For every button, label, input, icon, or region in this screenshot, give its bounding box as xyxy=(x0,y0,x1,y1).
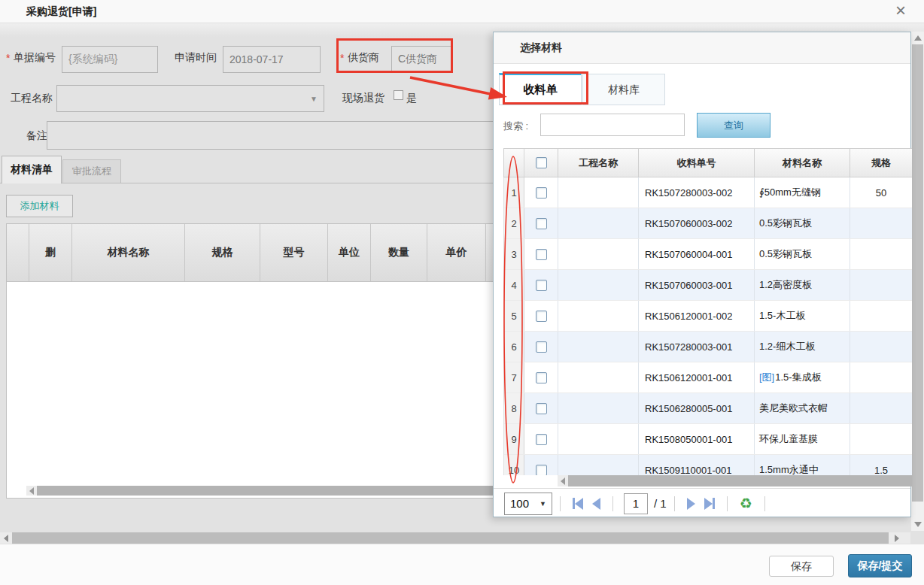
header-blank xyxy=(7,224,29,281)
scroll-left-icon[interactable] xyxy=(29,487,34,495)
page-vscrollbar[interactable] xyxy=(911,32,924,531)
doc-no-input[interactable] xyxy=(62,46,158,73)
select-all-checkbox[interactable] xyxy=(536,157,547,168)
window-titlebar xyxy=(0,0,924,23)
spec-cell xyxy=(850,270,912,300)
material-cell: ∮50mm无缝钢 xyxy=(755,177,850,208)
header-spec: 规格 xyxy=(850,149,912,177)
screen: 采购退货[申请] × * 单据编号 申请时间 * 供货商 工程名称 ▼ 现场退货… xyxy=(0,0,924,585)
table-row[interactable]: 2 RK1507060003-002 0.5彩钢瓦板 xyxy=(504,208,912,239)
refresh-icon[interactable]: ♻ xyxy=(740,496,752,511)
hscroll-thumb[interactable] xyxy=(12,532,889,544)
required-mark-supplier: * xyxy=(340,52,344,64)
table-row[interactable]: 7 RK1506120001-001 [图]1.5-集成板 xyxy=(504,362,912,393)
row-checkbox[interactable] xyxy=(536,465,547,476)
scroll-left-icon[interactable] xyxy=(561,477,565,485)
header-material-name: 材料名称 xyxy=(72,224,185,281)
divider xyxy=(674,496,675,511)
query-button[interactable]: 查询 xyxy=(697,113,771,138)
remark-label: 备注 xyxy=(26,129,47,143)
table-row[interactable]: 6 RK1507280003-001 1.2-细木工板 xyxy=(504,332,912,362)
scroll-up-icon[interactable] xyxy=(914,35,922,41)
onsite-return-checkbox[interactable] xyxy=(394,90,403,100)
image-link[interactable]: [图] xyxy=(759,371,774,384)
supplier-input[interactable] xyxy=(391,46,453,73)
table-row[interactable]: 3 RK1507060004-001 0.5彩钢瓦板 xyxy=(504,239,912,270)
checkbox-cell xyxy=(524,301,558,331)
table-row[interactable]: 9 RK1508050001-001 环保儿童基膜 xyxy=(504,424,912,455)
scroll-right-icon[interactable] xyxy=(895,535,899,542)
save-button[interactable]: 保存 xyxy=(769,556,834,577)
tab-material-list[interactable]: 材料清单 xyxy=(2,156,62,183)
save-submit-button[interactable]: 保存/提交 xyxy=(848,554,912,577)
material-cell: 0.5彩钢瓦板 xyxy=(755,239,850,269)
chevron-down-icon: ▼ xyxy=(540,500,546,508)
receipt-no-cell: RK1506120001-002 xyxy=(639,301,755,331)
spec-cell: 50 xyxy=(850,177,912,208)
add-material-button[interactable]: 添加材料 xyxy=(6,195,73,217)
page-total-label: / 1 xyxy=(654,497,667,510)
divider xyxy=(764,496,765,511)
spec-cell xyxy=(850,301,912,331)
divider xyxy=(727,496,728,511)
scroll-down-icon[interactable] xyxy=(914,522,922,527)
tab-approval-flow[interactable]: 审批流程 xyxy=(62,159,121,183)
pagination-bar: 100 ▼ / 1 ♻ xyxy=(494,488,910,518)
vscroll-thumb[interactable] xyxy=(912,44,923,502)
scroll-left-icon[interactable] xyxy=(4,535,8,542)
row-checkbox[interactable] xyxy=(536,403,547,414)
header-material-name: 材料名称 xyxy=(755,149,850,177)
header-delete: 删 xyxy=(29,224,72,281)
row-checkbox[interactable] xyxy=(536,434,547,445)
doc-no-label: 单据编号 xyxy=(14,51,56,65)
first-page-button[interactable] xyxy=(573,498,583,510)
row-checkbox[interactable] xyxy=(536,218,547,229)
project-cell xyxy=(558,301,639,331)
apply-time-input[interactable] xyxy=(223,46,321,73)
row-checkbox[interactable] xyxy=(536,311,547,322)
prev-page-button[interactable] xyxy=(592,498,600,510)
dialog-tab-receipt[interactable]: 收料单 xyxy=(499,73,582,105)
row-checkbox[interactable] xyxy=(536,341,547,353)
close-icon[interactable]: × xyxy=(895,1,906,20)
row-checkbox[interactable] xyxy=(536,249,547,260)
chevron-down-icon[interactable]: ▼ xyxy=(310,95,318,103)
last-page-button[interactable] xyxy=(704,498,715,510)
divider xyxy=(612,496,613,511)
material-text: 1.5-集成板 xyxy=(775,371,821,384)
project-combobox[interactable]: ▼ xyxy=(56,85,324,112)
search-input[interactable] xyxy=(540,114,685,136)
material-cell: 美尼美欧式衣帽 xyxy=(755,393,850,423)
checkbox-cell xyxy=(524,239,558,269)
checkbox-cell xyxy=(524,362,558,393)
receipt-no-cell: RK1509110001-001 xyxy=(639,455,755,475)
table-row[interactable]: 5 RK1506120001-002 1.5-木工板 xyxy=(504,301,912,332)
receipt-no-cell: RK1507060003-001 xyxy=(639,270,755,300)
project-label: 工程名称 xyxy=(11,92,53,105)
table-row[interactable]: 8 RK1506280005-001 美尼美欧式衣帽 xyxy=(504,393,912,424)
checkbox-cell xyxy=(524,393,558,423)
project-cell xyxy=(558,455,639,475)
row-checkbox[interactable] xyxy=(536,372,547,383)
project-cell xyxy=(558,424,639,454)
rownum-cell: 10 xyxy=(504,455,524,475)
page-hscrollbar[interactable] xyxy=(0,532,910,544)
row-checkbox[interactable] xyxy=(536,280,547,291)
table-row[interactable]: 10 RK1509110001-001 1.5mm永通中 1.5 xyxy=(504,455,912,475)
next-page-button[interactable] xyxy=(687,498,695,510)
table-row[interactable]: 1 RK1507280003-002 ∮50mm无缝钢 50 xyxy=(504,177,912,208)
row-checkbox[interactable] xyxy=(536,187,547,199)
search-label: 搜索 : xyxy=(503,120,528,133)
page-number-input[interactable] xyxy=(624,493,648,514)
material-cell: 1.2高密度板 xyxy=(755,270,850,300)
table-row[interactable]: 4 RK1507060003-001 1.2高密度板 xyxy=(504,270,912,301)
dialog-table-hscrollbar[interactable] xyxy=(558,475,912,486)
dialog-tab-library[interactable]: 材料库 xyxy=(582,74,665,105)
material-cell: 环保儿童基膜 xyxy=(755,424,850,454)
checkbox-cell xyxy=(524,332,558,362)
rownum-cell: 5 xyxy=(504,301,524,331)
hscroll-thumb[interactable] xyxy=(568,475,912,486)
receipt-table: 工程名称 收料单号 材料名称 规格 1 RK1507280003-002 ∮50… xyxy=(503,148,912,475)
page-size-select[interactable]: 100 ▼ xyxy=(504,493,552,515)
project-cell xyxy=(558,177,639,208)
